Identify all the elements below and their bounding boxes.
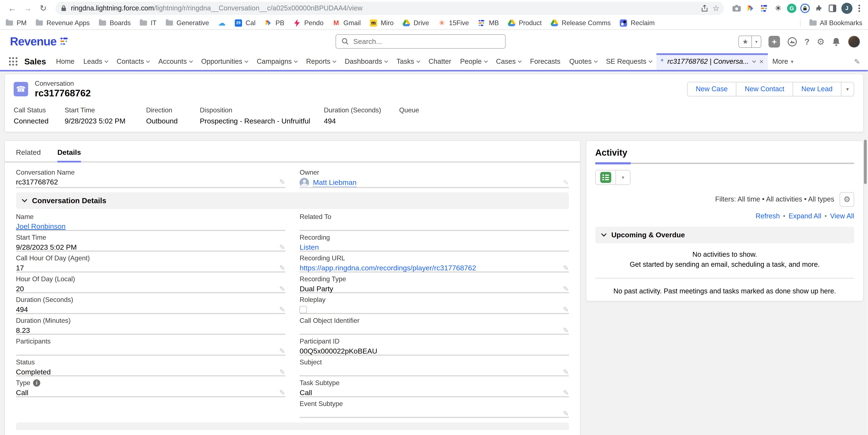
bookmark-item[interactable]: Pendo [293, 19, 323, 27]
browser-menu-icon[interactable] [856, 5, 863, 12]
bookmark-item[interactable]: Release Comms [551, 19, 611, 27]
browser-profile-avatar[interactable]: J [841, 3, 852, 14]
sidebar-extension-icon[interactable] [828, 3, 838, 13]
inline-edit-pencil-icon[interactable]: ✎ [279, 306, 285, 314]
bookmark-item[interactable]: ☁ [218, 19, 226, 27]
share-icon[interactable] [701, 4, 708, 12]
inline-edit-pencil-icon[interactable]: ✎ [279, 243, 285, 252]
nav-tab-cases[interactable]: Cases [492, 53, 526, 70]
app-name[interactable]: Sales [24, 57, 46, 66]
inline-edit-pencil-icon[interactable]: ✎ [563, 285, 569, 293]
puzzle-extension-icon[interactable] [814, 3, 824, 13]
back-icon[interactable]: ← [5, 2, 19, 15]
change-owner-icon[interactable]: ✎ [563, 178, 569, 187]
inline-edit-pencil-icon[interactable]: ✎ [563, 388, 569, 397]
all-bookmarks-button[interactable]: All Bookmarks [809, 19, 863, 27]
star-icon[interactable]: ★ [739, 36, 751, 47]
info-icon[interactable]: i [33, 379, 40, 386]
checkbox-unchecked[interactable] [300, 306, 307, 313]
notifications-bell-icon[interactable] [832, 37, 841, 47]
window-scrollbar[interactable] [864, 140, 867, 184]
bookmark-item[interactable]: Revenue Apps [35, 19, 90, 27]
grammarly-extension-icon[interactable]: G [787, 4, 797, 13]
help-icon[interactable]: ? [805, 37, 810, 47]
activity-link-view-all[interactable]: View All [830, 212, 854, 220]
bookmark-item[interactable]: MGmail [332, 19, 361, 27]
bookmark-item[interactable]: Reclaim [620, 19, 655, 27]
activity-filters-text[interactable]: Filters: All time • All activities • All… [715, 195, 834, 203]
action-button-new-lead[interactable]: New Lead [793, 82, 841, 96]
field-link[interactable]: Listen [300, 243, 319, 252]
search-input[interactable] [353, 37, 500, 46]
inline-edit-pencil-icon[interactable]: ✎ [563, 264, 569, 272]
lock-extension-icon[interactable] [800, 4, 810, 13]
forward-icon[interactable]: → [21, 2, 34, 15]
inline-edit-pencil-icon[interactable]: ✎ [563, 409, 569, 418]
revenue-logo[interactable]: Revenue [10, 35, 69, 48]
actions-caret-icon[interactable]: ▾ [841, 82, 854, 96]
inline-edit-pencil-icon[interactable]: ✎ [279, 178, 285, 186]
nav-tab-opportunities[interactable]: Opportunities [197, 53, 252, 70]
task-dropdown-caret-icon[interactable]: ▾ [616, 170, 630, 184]
nav-tab-active-conversation[interactable]: *rc317768762 | Conversa...× [656, 53, 768, 70]
owner-link[interactable]: Matt Liebman [313, 178, 356, 187]
guidance-icon[interactable] [787, 37, 797, 47]
section-upcoming-overdue[interactable]: Upcoming & Overdue [595, 227, 854, 243]
nav-tab-accounts[interactable]: Accounts [154, 53, 197, 70]
nav-tab-chatter[interactable]: Chatter [424, 53, 456, 70]
reload-icon[interactable]: ↻ [37, 2, 50, 15]
bookmark-item[interactable]: Product [508, 19, 541, 27]
nav-edit-pencil-icon[interactable]: ✎ [854, 58, 860, 66]
bookmark-star-icon[interactable]: ☆ [712, 4, 719, 13]
action-button-new-contact[interactable]: New Contact [736, 82, 793, 96]
inline-edit-pencil-icon[interactable]: ✎ [563, 368, 569, 376]
nav-tab-home[interactable]: Home [52, 53, 79, 70]
revenue-dots-extension-icon[interactable] [760, 3, 769, 13]
url-bar[interactable]: ringdna.lightning.force.com/lightning/r/… [55, 2, 724, 15]
bookmark-item[interactable]: Drive [402, 19, 429, 27]
bookmark-item[interactable]: MB [478, 19, 499, 27]
activity-settings-gear-icon[interactable]: ⚙ [840, 192, 854, 207]
nav-tab-dashboards[interactable]: Dashboards [340, 53, 392, 70]
section-conversation-details[interactable]: Conversation Details [16, 192, 569, 209]
field-link[interactable]: https://app.ringdna.com/recordings/playe… [300, 264, 476, 272]
field-link[interactable]: Joel Ronbinson [16, 222, 66, 231]
nav-tab-quotes[interactable]: Quotes [565, 53, 601, 70]
inline-edit-pencil-icon[interactable]: ✎ [279, 285, 285, 293]
bookmark-item[interactable]: PB [265, 19, 284, 27]
activity-link-expand-all[interactable]: Expand All [788, 212, 822, 220]
favorites-caret-icon[interactable]: ▾ [751, 36, 761, 47]
nav-tab-campaigns[interactable]: Campaigns [252, 53, 302, 70]
user-avatar[interactable] [848, 36, 860, 48]
inline-edit-pencil-icon[interactable]: ✎ [563, 306, 569, 314]
tab-related[interactable]: Related [16, 148, 41, 162]
close-tab-icon[interactable]: × [760, 57, 764, 66]
inline-edit-pencil-icon[interactable]: ✎ [563, 326, 569, 335]
global-search[interactable] [336, 34, 505, 49]
favorites-button[interactable]: ★▾ [739, 36, 761, 48]
global-actions-icon[interactable]: + [769, 36, 780, 48]
camera-extension-icon[interactable] [732, 3, 742, 13]
nav-tab-tasks[interactable]: Tasks [392, 53, 424, 70]
activity-link-refresh[interactable]: Refresh [755, 212, 780, 220]
next-section-header[interactable] [16, 423, 569, 430]
nav-tab-people[interactable]: People [456, 53, 492, 70]
tab-details[interactable]: Details [57, 148, 81, 162]
new-task-button[interactable] [596, 170, 616, 184]
spinner-extension-icon[interactable]: ✳ [773, 3, 783, 13]
bookmark-item[interactable]: 29Cal [235, 19, 256, 27]
bookmark-item[interactable]: Generative [165, 19, 209, 27]
app-launcher-icon[interactable] [9, 57, 18, 66]
nav-tab-leads[interactable]: Leads [79, 53, 112, 70]
inline-edit-pencil-icon[interactable]: ✎ [279, 264, 285, 272]
setup-gear-icon[interactable]: ⚙ [817, 36, 825, 47]
nav-tab-contacts[interactable]: Contacts [112, 53, 154, 70]
bookmark-item[interactable]: PM [5, 19, 27, 27]
bookmark-item[interactable]: IT [140, 19, 157, 27]
nav-tab-forecasts[interactable]: Forecasts [526, 53, 565, 70]
action-button-new-case[interactable]: New Case [687, 82, 736, 96]
bookmark-item[interactable]: mMiro [370, 19, 394, 27]
inline-edit-pencil-icon[interactable]: ✎ [279, 388, 285, 397]
inline-edit-pencil-icon[interactable]: ✎ [279, 347, 285, 355]
inline-edit-pencil-icon[interactable]: ✎ [279, 368, 285, 376]
